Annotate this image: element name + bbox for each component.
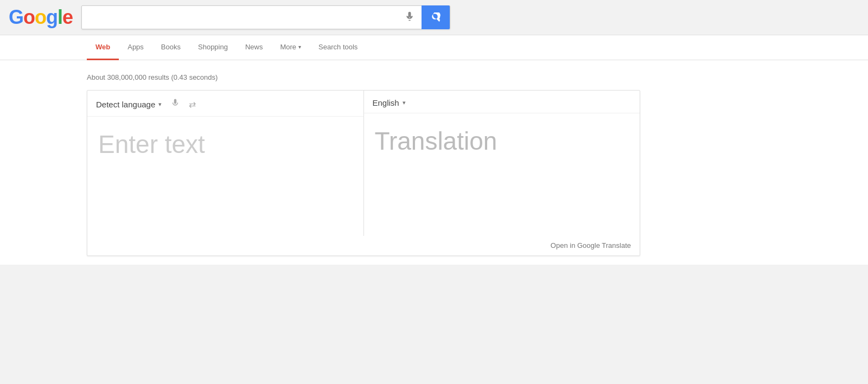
logo-letter-g: G xyxy=(9,6,23,28)
nav-item-web[interactable]: Web xyxy=(87,35,119,60)
nav-item-shopping[interactable]: Shopping xyxy=(189,35,237,60)
nav-item-more[interactable]: More ▾ xyxy=(271,35,310,60)
results-count: About 308,000,000 results (0.43 seconds) xyxy=(87,69,868,90)
source-panel-header: Detect language ▾ ⇄ xyxy=(87,91,363,117)
source-language-arrow-icon: ▾ xyxy=(158,101,162,108)
nav-item-apps[interactable]: Apps xyxy=(119,35,152,60)
target-panel: English ▾ Translation xyxy=(364,91,640,236)
more-arrow-icon: ▾ xyxy=(298,44,301,50)
target-language-selector[interactable]: English ▾ xyxy=(373,98,406,107)
nav-item-books[interactable]: Books xyxy=(152,35,189,60)
search-button[interactable] xyxy=(422,5,450,29)
logo-letter-e: e xyxy=(62,6,73,28)
translation-output: Translation xyxy=(375,126,497,156)
logo-letter-o1: o xyxy=(23,6,35,28)
open-in-google-translate-link[interactable]: Open in Google Translate xyxy=(551,241,631,249)
search-bar: translate xyxy=(81,5,450,29)
header: Google translate xyxy=(0,0,868,35)
microphone-icon[interactable] xyxy=(398,11,422,24)
source-panel-body[interactable]: Enter text xyxy=(87,117,363,236)
translate-panels: Detect language ▾ ⇄ Enter text xyxy=(87,91,640,236)
target-panel-header: English ▾ xyxy=(364,91,640,113)
source-enter-text: Enter text xyxy=(98,130,205,159)
swap-languages-icon[interactable]: ⇄ xyxy=(189,99,196,110)
nav-bar: Web Apps Books Shopping News More ▾ Sear… xyxy=(0,35,868,60)
source-language-selector[interactable]: Detect language ▾ xyxy=(96,100,162,109)
source-panel: Detect language ▾ ⇄ Enter text xyxy=(87,91,364,236)
nav-item-search-tools[interactable]: Search tools xyxy=(310,35,366,60)
logo-letter-o2: o xyxy=(35,6,46,28)
logo-letter-l: l xyxy=(58,6,62,28)
target-language-arrow-icon: ▾ xyxy=(403,99,406,106)
google-logo[interactable]: Google xyxy=(9,6,73,29)
search-input[interactable]: translate xyxy=(82,12,398,23)
logo-letter-g2: g xyxy=(46,6,58,28)
results-area: About 308,000,000 results (0.43 seconds)… xyxy=(0,60,868,265)
target-language-label: English xyxy=(373,98,399,107)
widget-footer: Open in Google Translate xyxy=(87,236,640,255)
translate-widget: Detect language ▾ ⇄ Enter text xyxy=(87,90,640,256)
nav-item-news[interactable]: News xyxy=(237,35,272,60)
source-microphone-icon[interactable] xyxy=(170,98,180,111)
source-language-label: Detect language xyxy=(96,100,155,109)
target-panel-body: Translation xyxy=(364,113,640,233)
